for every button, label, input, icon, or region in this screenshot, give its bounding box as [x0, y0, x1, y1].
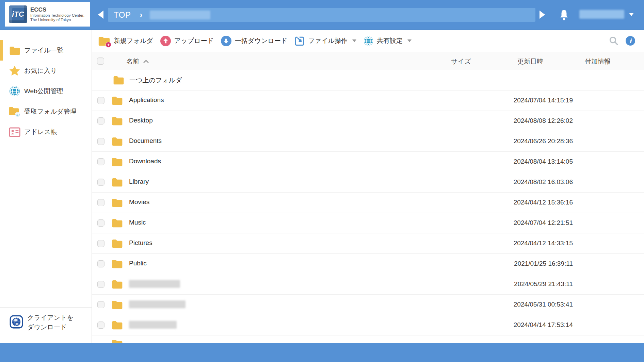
- column-header-info[interactable]: 付加情報: [585, 57, 611, 66]
- modified-date: 2024/07/04 14:15:19: [514, 97, 573, 104]
- row-checkbox[interactable]: [97, 260, 104, 267]
- file-row[interactable]: Downloads2024/08/04 13:14:05: [92, 152, 644, 172]
- new-folder-button[interactable]: + 新規フォルダ: [98, 36, 153, 46]
- chevron-up-icon: [143, 60, 149, 63]
- modified-date: 2024/05/29 21:43:11: [514, 280, 573, 288]
- sidebar-item-favorites[interactable]: お気に入り: [0, 61, 92, 81]
- row-checkbox[interactable]: [97, 97, 104, 104]
- folder-icon: [112, 339, 123, 343]
- file-row[interactable]: Documents2024/06/26 20:28:36: [92, 131, 644, 152]
- folder-icon: [112, 279, 123, 289]
- file-name: Desktop: [129, 117, 153, 124]
- file-name-redacted: [129, 321, 177, 330]
- client-globe-icon: [10, 315, 23, 329]
- globe-icon: [9, 85, 21, 97]
- share-settings-label: 共有設定: [377, 36, 403, 45]
- logo-line1: Information Technology Center,: [30, 13, 84, 18]
- modified-date: 2024/08/08 12:26:02: [514, 117, 573, 125]
- file-row[interactable]: Applications2024/07/04 14:15:19: [92, 90, 644, 111]
- sidebar-item-address-book[interactable]: アドレス帳: [0, 122, 92, 142]
- row-checkbox[interactable]: [97, 322, 104, 329]
- modified-date: 2024/05/31 00:53:41: [514, 301, 573, 308]
- file-operations-button[interactable]: ファイル操作: [294, 35, 356, 46]
- proself-file-manager: iTC ECCS Information Technology Center, …: [0, 0, 644, 362]
- file-row[interactable]: 2024/05/31 00:53:41: [92, 295, 644, 315]
- folder-icon: [112, 136, 123, 146]
- file-row[interactable]: Library2024/08/02 16:03:06: [92, 172, 644, 193]
- modified-date: 2021/01/25 16:39:11: [514, 260, 573, 267]
- sidebar-item-label: Web公開管理: [24, 87, 63, 96]
- file-name-redacted: [129, 300, 186, 310]
- file-row[interactable]: Music2024/07/04 12:21:51: [92, 213, 644, 233]
- row-checkbox[interactable]: [97, 199, 104, 206]
- bulk-download-button[interactable]: 一括ダウンロード: [221, 36, 287, 46]
- file-name: Public: [129, 260, 147, 267]
- file-name: Movies: [129, 198, 149, 206]
- sidebar-item-web-publish[interactable]: Web公開管理: [0, 81, 92, 101]
- chevron-down-icon[interactable]: [629, 13, 634, 16]
- logo-line2: The University of Tokyo: [30, 18, 84, 22]
- search-icon[interactable]: [609, 36, 619, 46]
- modified-date: 2024/08/02 16:03:06: [514, 178, 573, 186]
- row-checkbox[interactable]: [97, 219, 104, 227]
- chevron-down-icon: [407, 39, 412, 42]
- info-icon[interactable]: i: [626, 36, 635, 46]
- breadcrumb-current-redacted[interactable]: [150, 11, 210, 19]
- sidebar: ファイル一覧お気に入りWeb公開管理受取フォルダ管理アドレス帳 クライアントを …: [0, 30, 92, 343]
- sidebar-item-receive-folder[interactable]: 受取フォルダ管理: [0, 101, 92, 122]
- file-name-redacted: [129, 280, 180, 290]
- row-checkbox[interactable]: [97, 158, 104, 165]
- row-checkbox[interactable]: [97, 281, 104, 288]
- row-checkbox[interactable]: [97, 240, 104, 247]
- plus-badge: +: [106, 42, 111, 48]
- client-download-line1: クライアントを: [27, 313, 74, 323]
- row-checkbox[interactable]: [97, 179, 104, 186]
- file-row[interactable]: 2024/05/29 21:43:11: [92, 274, 644, 295]
- column-header-name[interactable]: 名前: [126, 57, 149, 66]
- chevron-down-icon: [352, 39, 356, 42]
- file-row[interactable]: 2024/04/14 17:53:14: [92, 315, 644, 335]
- file-name: Library: [129, 178, 149, 185]
- select-all-checkbox[interactable]: [97, 57, 104, 65]
- chevron-left-icon[interactable]: [98, 11, 103, 19]
- column-header-modified[interactable]: 更新日時: [517, 57, 543, 66]
- file-row[interactable]: Pictures2024/04/12 14:33:15: [92, 233, 644, 254]
- chevron-right-icon[interactable]: [540, 11, 545, 19]
- sidebar-item-label: お気に入り: [24, 66, 57, 75]
- username-redacted[interactable]: [579, 10, 624, 19]
- top-bar: iTC ECCS Information Technology Center, …: [0, 0, 644, 30]
- modified-date: 2024/08/04 13:14:05: [514, 158, 573, 165]
- file-row[interactable]: Desktop2024/08/08 12:26:02: [92, 111, 644, 131]
- client-download-line2: ダウンロード: [27, 323, 74, 332]
- folder-icon: [112, 218, 123, 228]
- upload-button[interactable]: アップロード: [160, 36, 214, 46]
- file-row[interactable]: Public2021/01/25 16:39:11: [92, 254, 644, 274]
- breadcrumb-separator-icon: ›: [140, 10, 142, 20]
- row-checkbox[interactable]: [97, 117, 104, 125]
- up-folder-label: 一つ上のフォルダ: [129, 76, 182, 85]
- row-checkbox[interactable]: [97, 138, 104, 145]
- sidebar-item-label: 受取フォルダ管理: [24, 107, 77, 116]
- folder-icon: [112, 300, 123, 309]
- file-operations-icon: [294, 35, 305, 46]
- modified-date: 2024/07/04 12:21:51: [514, 219, 573, 227]
- file-operations-label: ファイル操作: [308, 36, 348, 45]
- file-table: 一つ上のフォルダ Applications2024/07/04 14:15:19…: [92, 70, 644, 335]
- column-header-size[interactable]: サイズ: [451, 57, 471, 66]
- file-row[interactable]: Movies2024/04/12 15:36:16: [92, 193, 644, 213]
- up-folder-row[interactable]: 一つ上のフォルダ: [92, 70, 644, 90]
- folder-plus-icon: +: [98, 36, 110, 46]
- partial-next-row: [92, 335, 644, 343]
- client-download-link[interactable]: クライアントを ダウンロード: [0, 313, 92, 332]
- folder-icon: [112, 259, 123, 268]
- file-name: Music: [129, 219, 146, 226]
- address-card-icon: [9, 126, 21, 138]
- file-name: Documents: [129, 137, 162, 145]
- globe-icon: [364, 36, 373, 46]
- main-content: + 新規フォルダ アップロード 一括ダウンロード ファ: [92, 30, 644, 343]
- bell-icon[interactable]: [559, 9, 569, 21]
- share-settings-button[interactable]: 共有設定: [364, 36, 412, 46]
- breadcrumb-root[interactable]: TOP: [114, 10, 131, 20]
- sidebar-item-file-list[interactable]: ファイル一覧: [0, 40, 92, 61]
- row-checkbox[interactable]: [97, 301, 104, 308]
